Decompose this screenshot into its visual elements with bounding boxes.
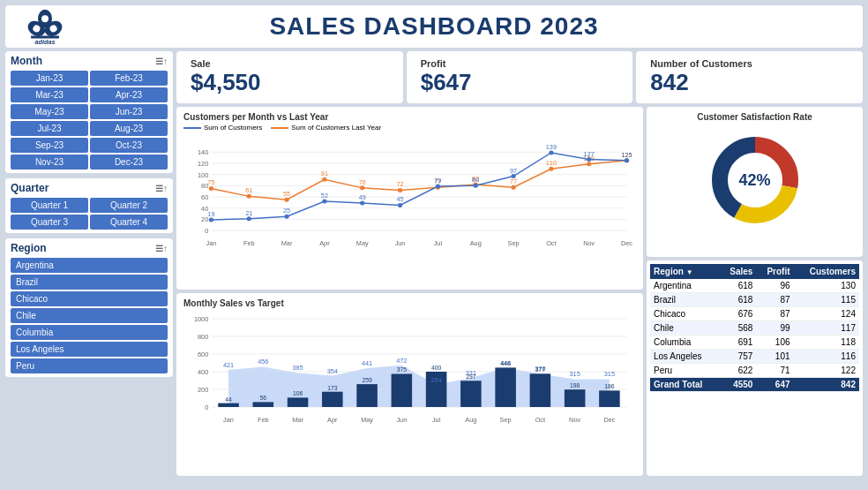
month-oct[interactable]: Oct-23: [90, 138, 168, 153]
svg-text:375: 375: [397, 367, 408, 373]
quarter-filter-label: Quarter: [11, 182, 49, 194]
svg-text:139: 139: [546, 144, 557, 151]
legend-current: Sum of Customers: [183, 124, 262, 132]
month-jul[interactable]: Jul-23: [11, 121, 88, 136]
left-charts: Customers per Month vs Last Year Sum of …: [176, 107, 643, 476]
region-list: Argentina Brazil Chicaco Chile Columbia …: [11, 258, 168, 373]
svg-text:Dec: Dec: [603, 417, 615, 424]
svg-text:Feb: Feb: [258, 417, 269, 424]
svg-text:Feb: Feb: [243, 240, 255, 247]
svg-text:91: 91: [321, 171, 328, 178]
svg-text:120: 120: [198, 161, 208, 168]
svg-text:May: May: [356, 240, 369, 247]
line-chart-svg: 020406080100120140JanFebMarAprMayJunJulA…: [183, 133, 636, 248]
th-profit: Profit: [756, 264, 793, 279]
svg-text:Jan: Jan: [223, 417, 234, 424]
svg-point-74: [474, 184, 478, 188]
svg-text:80: 80: [472, 177, 479, 185]
quarter-1[interactable]: Quarter 1: [11, 198, 88, 213]
svg-rect-98: [253, 402, 274, 407]
month-mar[interactable]: Mar-23: [11, 87, 88, 102]
region-chicaco[interactable]: Chicaco: [11, 291, 168, 306]
svg-text:1000: 1000: [194, 316, 208, 323]
table-cell: 87: [756, 307, 793, 321]
svg-point-40: [284, 198, 288, 202]
region-columbia[interactable]: Columbia: [11, 325, 168, 340]
svg-point-68: [360, 201, 364, 206]
region-argentina[interactable]: Argentina: [11, 258, 168, 273]
satisfaction-percentage: 42%: [738, 171, 770, 190]
table-row: Brazil61887115: [650, 293, 859, 307]
svg-text:Sep: Sep: [508, 240, 520, 247]
table-body: Argentina61896130Brazil61887115Chicaco67…: [650, 279, 859, 392]
quarter-3[interactable]: Quarter 3: [11, 215, 88, 230]
month-filter: Month ☰↑ Jan-23 Feb-23 Mar-23 Apr-23 May…: [5, 51, 173, 173]
sidebar: Month ☰↑ Jan-23 Feb-23 Mar-23 Apr-23 May…: [5, 51, 173, 476]
svg-text:49: 49: [359, 194, 366, 201]
svg-rect-99: [288, 397, 309, 407]
month-apr[interactable]: Apr-23: [90, 87, 168, 102]
svg-rect-108: [599, 390, 620, 407]
table-cell: Brazil: [650, 293, 719, 307]
table-cell: 101: [756, 350, 793, 364]
svg-text:800: 800: [198, 334, 208, 341]
data-table-card: Region ▼ Sales Profit Customers Argentin…: [647, 260, 863, 476]
svg-text:60: 60: [201, 194, 208, 201]
svg-text:Jan: Jan: [206, 240, 217, 247]
profit-label: Profit: [421, 58, 619, 69]
svg-point-82: [625, 159, 629, 163]
svg-text:55: 55: [283, 191, 290, 198]
table-cell: 71: [756, 364, 793, 378]
month-jun[interactable]: Jun-23: [90, 104, 168, 119]
month-dec[interactable]: Dec-23: [90, 155, 168, 170]
main-layout: Month ☰↑ Jan-23 Feb-23 Mar-23 Apr-23 May…: [0, 51, 868, 479]
line-chart-card: Customers per Month vs Last Year Sum of …: [176, 107, 643, 290]
logo: adidas: [23, 9, 67, 44]
svg-text:75: 75: [207, 180, 214, 187]
month-jan[interactable]: Jan-23: [11, 71, 88, 86]
month-sep[interactable]: Sep-23: [11, 138, 88, 153]
svg-rect-105: [495, 367, 516, 407]
region-brazil[interactable]: Brazil: [11, 275, 168, 290]
svg-text:56: 56: [260, 396, 267, 402]
table-cell: 4550: [719, 378, 756, 392]
svg-rect-97: [218, 403, 239, 407]
svg-text:72: 72: [396, 182, 403, 189]
svg-rect-104: [460, 381, 482, 407]
svg-text:76: 76: [359, 179, 366, 186]
table-row: Grand Total4550647842: [650, 378, 859, 392]
customers-label: Number of Customers: [650, 58, 849, 69]
svg-point-72: [436, 185, 440, 189]
region-chile[interactable]: Chile: [11, 308, 168, 323]
svg-text:186: 186: [604, 384, 615, 390]
svg-text:45: 45: [396, 197, 403, 204]
th-region: Region ▼: [650, 264, 719, 279]
quarter-4[interactable]: Quarter 4: [90, 215, 168, 230]
svg-text:61: 61: [245, 188, 252, 195]
region-los-angeles[interactable]: Los Angeles: [11, 342, 168, 357]
region-peru[interactable]: Peru: [11, 358, 168, 373]
month-aug[interactable]: Aug-23: [90, 121, 168, 136]
th-sales: Sales: [719, 264, 756, 279]
svg-point-66: [322, 200, 326, 204]
svg-text:44: 44: [225, 396, 232, 403]
dashboard-title: SALES DASHBOARD 2023: [269, 12, 598, 41]
month-may[interactable]: May-23: [11, 104, 88, 119]
content-area: Sale $4,550 Profit $647 Number of Custom…: [176, 51, 863, 476]
month-nov[interactable]: Nov-23: [11, 155, 88, 170]
line-chart-legend: Sum of Customers Sum of Customers Last Y…: [183, 124, 636, 132]
data-table: Region ▼ Sales Profit Customers Argentin…: [650, 264, 859, 392]
svg-text:400: 400: [198, 369, 208, 376]
table-cell: 691: [719, 335, 756, 350]
quarter-grid: Quarter 1 Quarter 2 Quarter 3 Quarter 4: [11, 198, 168, 230]
svg-text:Oct: Oct: [546, 240, 556, 247]
table-cell: 676: [719, 307, 756, 321]
svg-point-64: [284, 215, 288, 219]
svg-text:0: 0: [205, 228, 208, 235]
month-feb[interactable]: Feb-23: [90, 71, 168, 86]
svg-point-56: [587, 162, 591, 166]
kpi-row: Sale $4,550 Profit $647 Number of Custom…: [176, 51, 863, 103]
quarter-2[interactable]: Quarter 2: [90, 198, 168, 213]
svg-rect-100: [322, 392, 343, 407]
table-row: Argentina61896130: [650, 279, 859, 293]
